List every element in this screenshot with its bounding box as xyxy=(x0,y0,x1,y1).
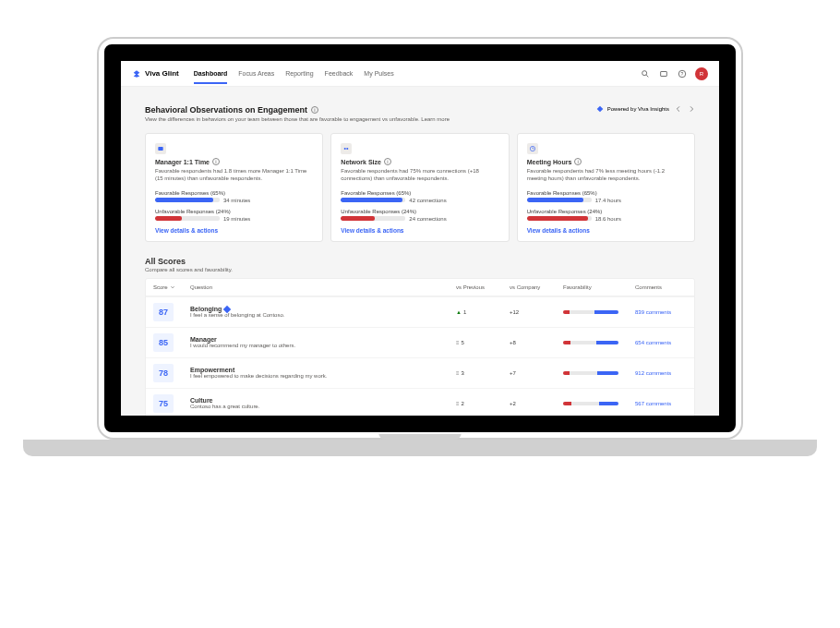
card-desc: Favorable respondents had 7% less meetin… xyxy=(527,168,685,183)
unfav-label: Unfavorable Responses (24%) xyxy=(341,209,498,214)
behavioral-title: Behavioral Observations on Engagement xyxy=(145,105,307,115)
unfav-value: 18.6 hours xyxy=(595,216,621,222)
table-row[interactable]: 87 Belonging I feel a sense of belonging… xyxy=(146,296,694,327)
inbox-icon[interactable] xyxy=(658,68,669,79)
view-details-link[interactable]: View details & actions xyxy=(341,227,498,234)
comments-link[interactable]: 654 comments xyxy=(635,340,687,345)
question-cell: Empowerment I feel empowered to make dec… xyxy=(190,367,449,379)
comments-link[interactable]: 839 comments xyxy=(635,309,687,315)
info-icon[interactable]: i xyxy=(212,158,220,165)
laptop-frame: Viva Glint DashboardFocus AreasReporting… xyxy=(97,37,743,456)
col-comments[interactable]: Comments xyxy=(635,284,687,290)
info-icon[interactable]: i xyxy=(311,106,318,114)
behavioral-cards: Manager 1:1 Time i Favorable respondents… xyxy=(145,133,695,242)
unfav-label: Unfavorable Responses (24%) xyxy=(527,209,685,214)
col-question[interactable]: Question xyxy=(190,284,449,290)
table-row[interactable]: 78 Empowerment I feel empowered to make … xyxy=(146,357,694,388)
svg-text:?: ? xyxy=(681,70,684,76)
svg-point-0 xyxy=(642,70,647,75)
svg-rect-5 xyxy=(158,147,162,151)
question-cell: Manager I would recommend my manager to … xyxy=(190,336,449,348)
brand-name: Viva Glint xyxy=(145,69,179,78)
col-vs-previous[interactable]: vs Previous xyxy=(456,284,502,290)
powered-by-label: Powered by Viva Insights xyxy=(607,106,669,112)
vs-previous: ▲ 1 xyxy=(456,309,502,315)
col-favorability[interactable]: Favorability xyxy=(563,284,628,290)
score-chip: 75 xyxy=(153,394,174,413)
scores-table: Score Question vs Previous vs Company Fa… xyxy=(145,278,695,416)
col-score[interactable]: Score xyxy=(153,284,183,290)
info-icon[interactable]: i xyxy=(574,158,582,165)
brand[interactable]: Viva Glint xyxy=(132,69,179,78)
behavioral-card: Manager 1:1 Time i Favorable respondents… xyxy=(145,133,323,242)
vs-previous: ≡ 3 xyxy=(456,370,502,376)
table-row[interactable]: 85 Manager I would recommend my manager … xyxy=(146,327,694,357)
comments-link[interactable]: 912 comments xyxy=(635,370,687,376)
vs-previous: ≡ 5 xyxy=(456,340,502,345)
svg-line-1 xyxy=(646,75,648,77)
comments-link[interactable]: 567 comments xyxy=(635,401,687,406)
fav-bar-row: 42 connections xyxy=(341,198,498,203)
vs-company: +12 xyxy=(510,309,556,315)
fav-value: 17.4 hours xyxy=(595,198,621,203)
chevron-right-icon[interactable] xyxy=(688,105,695,113)
primary-nav: DashboardFocus AreasReportingFeedbackMy … xyxy=(194,63,394,84)
fav-bar-row: 17.4 hours xyxy=(527,198,685,203)
chevron-left-icon[interactable] xyxy=(675,105,682,113)
unfav-bar-row: 18.6 hours xyxy=(527,216,685,222)
fav-bar-row: 34 minutes xyxy=(155,198,313,203)
vs-company: +8 xyxy=(510,340,556,345)
behavioral-subtitle: View the differences in behaviors on you… xyxy=(145,116,450,122)
fav-value: 34 minutes xyxy=(223,198,250,203)
favorability-bar xyxy=(563,341,628,344)
nav-item-feedback[interactable]: Feedback xyxy=(325,63,354,84)
laptop-base xyxy=(23,440,817,456)
card-icon xyxy=(341,143,352,154)
fav-label: Favorable Responses (65%) xyxy=(527,190,685,196)
bezel-outer: Viva Glint DashboardFocus AreasReporting… xyxy=(97,37,743,440)
svg-point-7 xyxy=(347,148,349,150)
vs-company: +7 xyxy=(510,370,556,376)
favorability-bar xyxy=(563,371,628,375)
col-vs-company[interactable]: vs Company xyxy=(510,284,556,290)
unfav-label: Unfavorable Responses (24%) xyxy=(155,209,313,214)
fav-label: Favorable Responses (65%) xyxy=(155,190,313,196)
help-icon[interactable]: ? xyxy=(677,68,688,79)
fav-value: 42 connections xyxy=(409,198,446,203)
content: Behavioral Observations on Engagement i … xyxy=(121,87,719,416)
score-chip: 85 xyxy=(153,333,174,352)
info-icon[interactable]: i xyxy=(384,158,391,165)
top-bar: Viva Glint DashboardFocus AreasReporting… xyxy=(121,61,719,87)
score-chip: 87 xyxy=(153,303,174,321)
svg-rect-2 xyxy=(661,71,667,76)
card-title: Network Size i xyxy=(341,158,498,165)
question-cell: Culture Contoso has a great culture. xyxy=(190,397,449,409)
nav-item-dashboard[interactable]: Dashboard xyxy=(194,63,228,84)
view-details-link[interactable]: View details & actions xyxy=(527,227,685,234)
nav-item-reporting[interactable]: Reporting xyxy=(285,63,313,84)
card-desc: Favorable respondents had 1.8 times more… xyxy=(155,168,313,183)
app-screen: Viva Glint DashboardFocus AreasReporting… xyxy=(121,61,719,416)
vs-company: +2 xyxy=(510,401,556,406)
card-title: Manager 1:1 Time i xyxy=(155,158,313,165)
card-icon xyxy=(527,143,538,154)
search-icon[interactable] xyxy=(640,68,651,79)
behavioral-card: Meeting Hours i Favorable respondents ha… xyxy=(517,133,695,242)
nav-item-focus-areas[interactable]: Focus Areas xyxy=(238,63,274,84)
view-details-link[interactable]: View details & actions xyxy=(155,227,313,234)
powered-by[interactable]: Powered by Viva Insights xyxy=(596,105,669,113)
card-desc: Favorable respondents had 75% more conne… xyxy=(341,168,498,183)
favorability-bar xyxy=(563,310,628,314)
nav-item-my-pulses[interactable]: My Pulses xyxy=(364,63,393,84)
unfav-bar-row: 24 connections xyxy=(341,216,498,222)
vs-previous: ≡ 2 xyxy=(456,401,502,406)
table-body: 87 Belonging I feel a sense of belonging… xyxy=(146,296,694,416)
behavioral-section-header: Behavioral Observations on Engagement i … xyxy=(145,96,695,127)
allscores-title: All Scores xyxy=(145,257,695,266)
bezel-inner: Viva Glint DashboardFocus AreasReporting… xyxy=(104,44,736,432)
avatar[interactable]: R xyxy=(695,67,708,80)
table-row[interactable]: 75 Culture Contoso has a great culture. … xyxy=(146,388,694,416)
card-title: Meeting Hours i xyxy=(527,158,685,165)
behavioral-card: Network Size i Favorable respondents had… xyxy=(330,133,509,242)
score-chip: 78 xyxy=(153,364,174,382)
